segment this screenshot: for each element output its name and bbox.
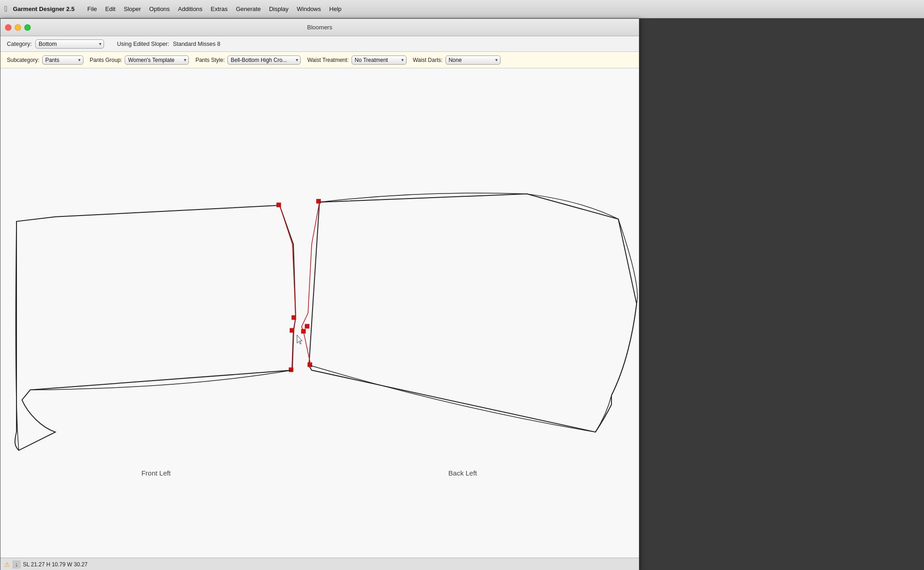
- waist-darts-label: Waist Darts:: [413, 57, 443, 63]
- pants-style-label: Pants Style:: [195, 57, 225, 63]
- category-label: Category:: [7, 41, 32, 47]
- waist-treatment-select[interactable]: No Treatment: [352, 55, 407, 65]
- window-title: Bloomers: [307, 24, 332, 31]
- menu-file[interactable]: File: [84, 4, 101, 14]
- menu-additions[interactable]: Additions: [174, 4, 206, 14]
- status-value: SL 21.27 H 10.79 W 30.27: [23, 561, 88, 568]
- close-button[interactable]: [5, 24, 11, 31]
- svg-rect-1: [292, 315, 296, 320]
- status-bar: ⚠ ↓ SL 21.27 H 10.79 W 30.27: [0, 558, 639, 570]
- menu-help[interactable]: Help: [325, 4, 345, 14]
- menu-generate[interactable]: Generate: [232, 4, 264, 14]
- cursor: [297, 335, 302, 344]
- menu-bar: File Edit Sloper Options Additions Extra…: [84, 4, 345, 14]
- app-name: Garment Designer 2.5: [13, 6, 74, 12]
- toolbar-row1: Category: Bottom ▼ Using Edited Sloper: …: [0, 36, 639, 52]
- window-container: Bloomers Category: Bottom ▼ Using Edited…: [0, 18, 639, 570]
- subcategory-select-wrapper: Pants ▼: [42, 55, 83, 65]
- category-select-wrapper: Bottom ▼: [35, 39, 104, 49]
- front-left-piece: [15, 203, 296, 450]
- back-left-piece: [301, 193, 638, 432]
- subcategory-select[interactable]: Pants: [42, 55, 83, 65]
- front-left-label: Front Left: [141, 469, 171, 477]
- warning-icon: ⚠: [4, 561, 10, 568]
- pants-style-select[interactable]: Bell-Bottom High Cro...: [227, 55, 301, 65]
- menu-options[interactable]: Options: [146, 4, 174, 14]
- maximize-button[interactable]: [24, 24, 31, 31]
- pants-group-select-wrapper: Women's Template ▼: [125, 55, 189, 65]
- download-icon: ↓: [12, 560, 21, 569]
- waist-darts-select-wrapper: None ▼: [446, 55, 500, 65]
- menu-sloper[interactable]: Sloper: [120, 4, 145, 14]
- pants-group-label: Pants Group:: [90, 57, 122, 63]
- sloper-label: Using Edited Sloper:: [117, 41, 169, 47]
- back-left-label: Back Left: [448, 469, 477, 477]
- menu-edit[interactable]: Edit: [102, 4, 119, 14]
- mac-menubar:  Garment Designer 2.5 File Edit Sloper …: [0, 0, 924, 18]
- traffic-lights: [5, 24, 31, 31]
- sloper-value: Standard Misses 8: [173, 41, 220, 47]
- svg-rect-5: [305, 324, 309, 328]
- waist-darts-select[interactable]: None: [446, 55, 500, 65]
- svg-rect-2: [290, 328, 294, 332]
- svg-rect-6: [301, 329, 306, 333]
- waist-treatment-label: Waist Treatment:: [307, 57, 348, 63]
- pants-group-select[interactable]: Women's Template: [125, 55, 189, 65]
- category-select[interactable]: Bottom: [35, 39, 104, 49]
- canvas-area[interactable]: Front Left Back Left: [0, 68, 639, 558]
- waist-treatment-select-wrapper: No Treatment ▼: [352, 55, 407, 65]
- pattern-canvas: Front Left Back Left: [0, 68, 639, 558]
- app:  Garment Designer 2.5 File Edit Sloper …: [0, 0, 924, 570]
- subcategory-label: Subcategory:: [7, 57, 39, 63]
- menu-windows[interactable]: Windows: [293, 4, 325, 14]
- apple-logo-icon[interactable]: : [5, 5, 7, 14]
- svg-rect-7: [308, 362, 312, 367]
- window-title-bar: Bloomers: [0, 19, 639, 36]
- svg-rect-3: [289, 367, 293, 372]
- menu-display[interactable]: Display: [265, 4, 292, 14]
- toolbar-row2: Subcategory: Pants ▼ Pants Group: Women'…: [0, 52, 639, 68]
- minimize-button[interactable]: [15, 24, 21, 31]
- pants-style-select-wrapper: Bell-Bottom High Cro... ▼: [227, 55, 301, 65]
- menu-extras[interactable]: Extras: [207, 4, 231, 14]
- svg-rect-0: [276, 203, 281, 207]
- svg-marker-8: [297, 335, 302, 344]
- svg-rect-4: [316, 199, 321, 204]
